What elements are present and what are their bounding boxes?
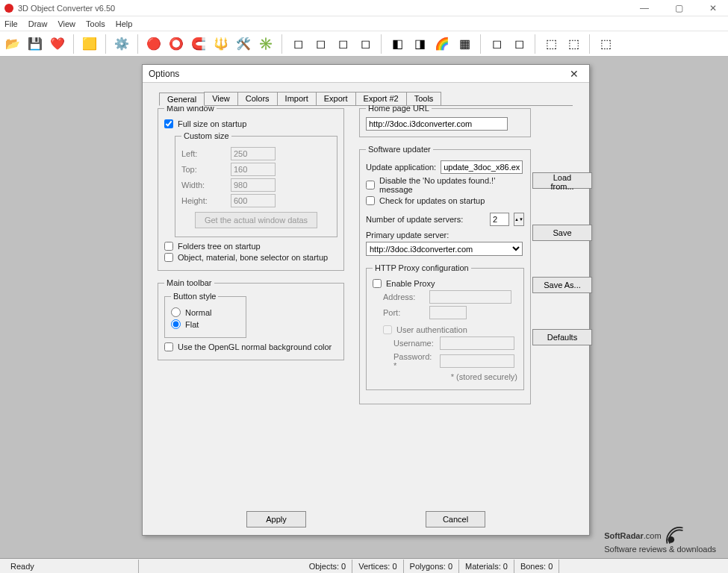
normal-label: Normal	[185, 308, 211, 317]
save-as-button[interactable]: Save As...	[532, 277, 592, 293]
view1-icon[interactable]: ◻	[290, 36, 306, 52]
box5-icon[interactable]: ◻	[488, 36, 505, 52]
legend-main-toolbar: Main toolbar	[164, 278, 214, 287]
rainbow-icon[interactable]: 🌈	[434, 36, 450, 52]
watermark-tag: Software reviews & downloads	[604, 545, 716, 554]
box6-icon[interactable]: ◻	[511, 36, 527, 52]
save-button[interactable]: Save	[532, 225, 592, 241]
flat-radio[interactable]	[171, 319, 181, 329]
get-window-data-button[interactable]: Get the actual window datas	[195, 212, 317, 228]
folders-checkbox[interactable]	[164, 242, 173, 251]
password-label: Password: *	[393, 352, 435, 370]
view4-icon[interactable]: ◻	[357, 36, 373, 52]
maximize-icon[interactable]: ▢	[668, 3, 689, 13]
group-button-style: Button style Normal Flat	[164, 292, 246, 338]
separator	[105, 34, 106, 54]
flat-label: Flat	[185, 320, 199, 329]
height-label: Height:	[181, 196, 226, 205]
group-custom-size: Custom size Left: Top: Width: Height: Ge…	[175, 131, 337, 237]
password-input[interactable]	[440, 354, 514, 368]
solid-icon[interactable]: ◨	[411, 36, 428, 52]
torus-icon[interactable]: ⭕	[168, 36, 184, 52]
dialog-close-icon[interactable]: ✕	[565, 68, 583, 80]
folders-label: Folders tree on startup	[178, 242, 261, 251]
disable-msg-checkbox[interactable]	[366, 181, 375, 190]
dialog-body: Main window Full size on startup Custom …	[158, 104, 574, 502]
primary-server-select[interactable]: http://3doc.i3dconverter.com	[366, 242, 523, 256]
check-startup-label: Check for updates on startup	[379, 196, 485, 205]
tab-general[interactable]: General	[159, 93, 205, 106]
open-icon[interactable]: 📂	[4, 36, 21, 52]
menu-tools[interactable]: Tools	[86, 19, 105, 28]
defaults-button[interactable]: Defaults	[532, 329, 592, 345]
num-servers-input[interactable]	[490, 213, 509, 226]
selector-label: Object, material, bone selector on start…	[178, 253, 328, 262]
status-vertices: Vertices: 0	[352, 560, 403, 573]
cyl2-icon[interactable]: ⬚	[565, 36, 582, 52]
menu-help[interactable]: Help	[116, 19, 133, 28]
checker-icon[interactable]: ▦	[456, 36, 473, 52]
width-label: Width:	[181, 181, 226, 190]
dialog-footer: Apply Cancel	[143, 511, 589, 527]
load-from-button[interactable]: Load from...	[532, 172, 592, 189]
cancel-button[interactable]: Cancel	[426, 511, 485, 527]
stored-note: * (stored securely)	[451, 372, 517, 381]
check-startup-checkbox[interactable]	[366, 196, 375, 205]
legend-home-url: Home page URL	[366, 104, 432, 113]
selector-checkbox[interactable]	[164, 253, 173, 262]
user-auth-checkbox[interactable]	[383, 325, 392, 334]
cube-icon[interactable]: 🟨	[81, 36, 98, 52]
width-input[interactable]	[231, 178, 276, 192]
status-polygons: Polygons: 0	[404, 560, 459, 573]
enable-proxy-label: Enable Proxy	[386, 279, 435, 288]
satellite-icon	[665, 525, 685, 546]
legend-updater: Software updater	[366, 145, 433, 154]
minimize-icon[interactable]: —	[634, 3, 655, 13]
cyl1-icon[interactable]: ⬚	[543, 36, 559, 52]
menu-view[interactable]: View	[57, 19, 75, 28]
menu-file[interactable]: File	[4, 19, 18, 28]
top-input[interactable]	[231, 163, 276, 176]
separator	[73, 34, 74, 54]
top-label: Top:	[181, 165, 226, 174]
wire-icon[interactable]: ✳️	[258, 36, 274, 52]
proxy-address-input[interactable]	[429, 290, 511, 304]
proxy-port-input[interactable]	[429, 306, 467, 319]
sphere-icon[interactable]: 🔴	[146, 36, 162, 52]
toolbar: 📂 💾 ❤️ 🟨 ⚙️ 🔴 ⭕ 🧲 🔱 🛠️ ✳️ ◻ ◻ ◻ ◻ ◧ ◨ 🌈 …	[0, 31, 728, 57]
primary-server-label: Primary update server:	[366, 231, 449, 239]
fork-icon[interactable]: 🔱	[213, 36, 229, 52]
full-size-checkbox[interactable]	[164, 119, 173, 128]
shaded-icon[interactable]: ◧	[389, 36, 405, 52]
full-size-label: Full size on startup	[178, 119, 246, 128]
close-icon[interactable]: ✕	[703, 3, 724, 13]
opengl-checkbox[interactable]	[164, 342, 173, 351]
left-input[interactable]	[231, 147, 276, 160]
legend-button-style: Button style	[171, 292, 218, 301]
enable-proxy-checkbox[interactable]	[373, 279, 382, 288]
menu-draw[interactable]: Draw	[28, 19, 48, 28]
gear-icon[interactable]: ⚙️	[113, 36, 130, 52]
statusbar: Ready Objects: 0 Vertices: 0 Polygons: 0…	[0, 558, 728, 573]
save-icon[interactable]: 💾	[27, 36, 43, 52]
username-input[interactable]	[440, 336, 514, 350]
apply-button[interactable]: Apply	[246, 511, 306, 527]
height-input[interactable]	[231, 194, 276, 207]
magnet-icon[interactable]: 🧲	[190, 36, 207, 52]
watermark: SoftRadar.com Software reviews & downloa…	[604, 525, 716, 554]
separator	[137, 34, 138, 54]
window-controls: — ▢ ✕	[634, 3, 724, 13]
separator	[281, 34, 282, 54]
spinner-icon[interactable]: ▲▼	[514, 213, 524, 226]
normal-radio[interactable]	[171, 307, 181, 317]
home-url-input[interactable]	[366, 117, 508, 131]
opengl-label: Use the OpenGL normal background color	[178, 342, 332, 351]
left-label: Left:	[181, 149, 226, 158]
view3-icon[interactable]: ◻	[335, 36, 351, 52]
misc-icon[interactable]: ⬚	[597, 36, 614, 52]
app-title: 3D Object Converter v6.50	[18, 4, 115, 13]
update-app-input[interactable]	[441, 160, 523, 174]
view2-icon[interactable]: ◻	[312, 36, 329, 52]
favorite-icon[interactable]: ❤️	[49, 36, 66, 52]
tool-icon[interactable]: 🛠️	[235, 36, 252, 52]
